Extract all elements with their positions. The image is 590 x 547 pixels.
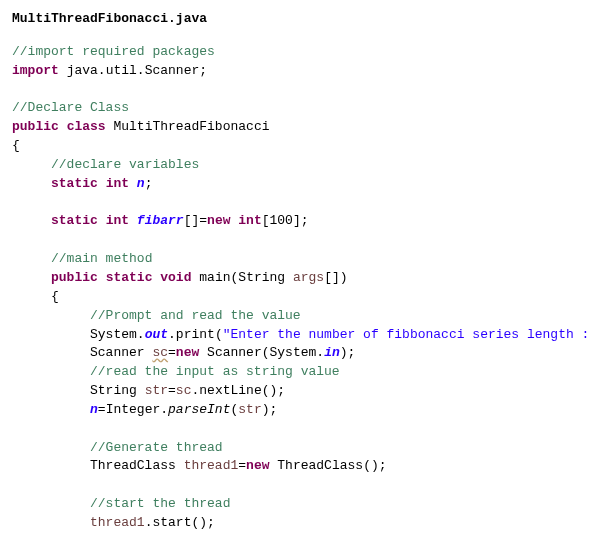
id-print: print: [176, 327, 215, 342]
comment: //import required packages: [12, 44, 215, 59]
field-n: n: [90, 402, 98, 417]
type-scanner: Scanner: [207, 345, 262, 360]
id-nextline: nextLine: [199, 383, 261, 398]
type-threadclass: ThreadClass: [277, 458, 363, 473]
field-n: n: [137, 176, 145, 191]
id-parseint: parseInt: [168, 402, 230, 417]
type-scanner: Scanner: [90, 345, 145, 360]
var-sc: sc: [176, 383, 192, 398]
class-name: MultiThreadFibonacci: [113, 119, 269, 134]
import-path: java.util.Scanner: [67, 63, 200, 78]
id-integer: Integer: [106, 402, 161, 417]
file-title: MultiThreadFibonacci.java: [12, 10, 578, 29]
kw-new: new: [207, 213, 230, 228]
kw-new: new: [246, 458, 269, 473]
field-fibarr: fibarr: [137, 213, 184, 228]
type-threadclass: ThreadClass: [90, 458, 176, 473]
type-string: String: [90, 383, 137, 398]
type-string: String: [238, 270, 285, 285]
kw-void: void: [160, 270, 191, 285]
array-size: 100: [270, 213, 293, 228]
var-thread1: thread1: [184, 458, 239, 473]
kw-public: public: [51, 270, 98, 285]
kw-static: static: [51, 176, 98, 191]
code-block: //import required packages import java.u…: [12, 43, 578, 533]
kw-int: int: [106, 213, 129, 228]
var-thread1: thread1: [90, 515, 145, 530]
var-str: str: [238, 402, 261, 417]
comment: //read the input as string value: [90, 364, 340, 379]
kw-int: int: [238, 213, 261, 228]
kw-public: public: [12, 119, 59, 134]
string-literal: "Enter the number of fibbonacci series l…: [223, 327, 590, 342]
kw-static: static: [106, 270, 153, 285]
kw-int: int: [106, 176, 129, 191]
var-sc: sc: [152, 345, 168, 360]
kw-static: static: [51, 213, 98, 228]
id-start: start: [152, 515, 191, 530]
id-system: System: [90, 327, 137, 342]
comment: //declare variables: [51, 157, 199, 172]
kw-class: class: [67, 119, 106, 134]
id-out: out: [145, 327, 168, 342]
comment: //Declare Class: [12, 100, 129, 115]
id-in: in: [324, 345, 340, 360]
comment: //main method: [51, 251, 152, 266]
comment: //Generate thread: [90, 440, 223, 455]
param-args: args: [293, 270, 324, 285]
comment: //start the thread: [90, 496, 230, 511]
kw-import: import: [12, 63, 59, 78]
var-str: str: [145, 383, 168, 398]
kw-new: new: [176, 345, 199, 360]
comment: //Prompt and read the value: [90, 308, 301, 323]
method-main: main: [199, 270, 230, 285]
id-system: System: [270, 345, 317, 360]
